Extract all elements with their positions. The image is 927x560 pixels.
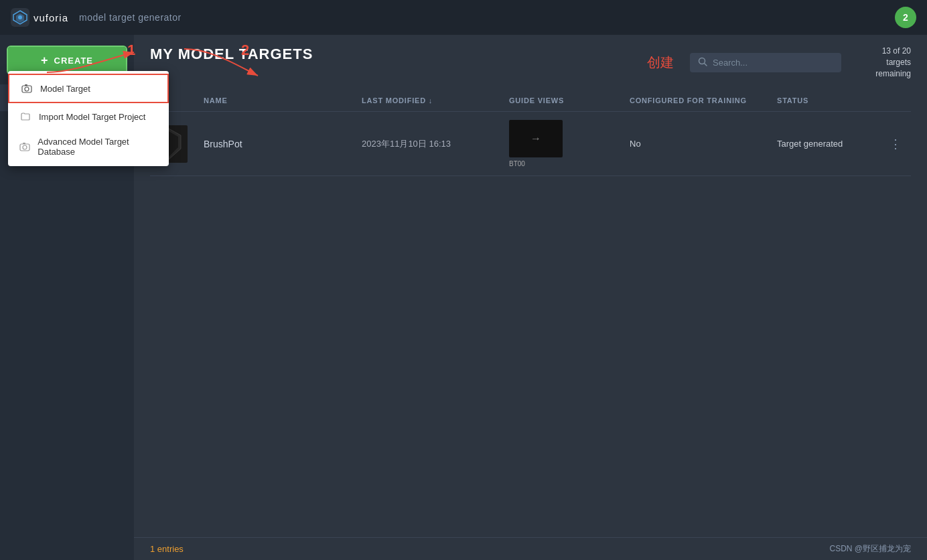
user-avatar[interactable]: 2 [895, 7, 916, 28]
app-title: model target generator [79, 12, 182, 23]
content-area: MY MODEL TARGETS 创建 13 of 20 [134, 35, 927, 560]
more-options-button[interactable]: ⋮ [884, 134, 907, 154]
th-status: STATUS [777, 96, 884, 104]
page-footer: 1 entries CSDN @野区捕龙为宠 [134, 537, 927, 560]
header-top-row: MY MODEL TARGETS 创建 13 of 20 [150, 46, 911, 79]
vuforia-logo-icon [11, 8, 29, 27]
table-section: NAME LAST MODIFIED ↓ GUIDE VIEWS CONFIGU… [134, 90, 927, 537]
topbar: vuforia model target generator 2 [0, 0, 927, 35]
advanced-icon [19, 140, 31, 153]
search-wrapper [690, 53, 841, 72]
th-name: NAME [204, 96, 362, 104]
sidebar: + CREATE Model Target [0, 35, 134, 560]
th-configured: CONFIGURED FOR TRAINING [630, 96, 777, 104]
cell-configured: No [630, 139, 777, 149]
create-button[interactable]: + CREATE [8, 47, 126, 74]
th-actions [884, 96, 911, 104]
topbar-right: 2 [895, 7, 916, 28]
content-header: MY MODEL TARGETS 创建 13 of 20 [134, 35, 927, 79]
table-header: NAME LAST MODIFIED ↓ GUIDE VIEWS CONFIGU… [150, 90, 911, 112]
cell-more: ⋮ [884, 134, 911, 154]
guide-label: BT00 [509, 160, 622, 167]
svg-line-15 [705, 63, 707, 66]
th-last-modified: LAST MODIFIED ↓ [362, 96, 509, 104]
search-icon [698, 57, 707, 68]
folder-icon [19, 110, 32, 123]
csdn-watermark: CSDN @野区捕龙为宠 [829, 543, 911, 555]
vuforia-logo: vuforia [11, 8, 68, 27]
dropdown-menu: Model Target Import Model Target Project [8, 71, 169, 166]
create-label-chinese: 创建 [647, 54, 674, 72]
svg-point-1 [18, 15, 22, 19]
dropdown-model-target-label: Model Target [40, 84, 90, 94]
guide-arrow-icon: → [530, 133, 541, 145]
targets-remaining: 13 of 20 targets remaining [857, 46, 911, 79]
header-actions: 创建 13 of 20 targets remainin [647, 46, 911, 79]
logo-area: vuforia model target generator [11, 8, 182, 27]
svg-rect-7 [23, 143, 25, 144]
cell-date: 2023年11月10日 16:13 [362, 138, 509, 150]
th-guide-views: GUIDE VIEWS [509, 96, 630, 104]
dropdown-advanced-label: Advanced Model Target Database [38, 137, 158, 157]
dropdown-item-advanced[interactable]: Advanced Model Target Database [8, 130, 169, 163]
dropdown-import-label: Import Model Target Project [39, 112, 145, 122]
main-layout: + CREATE Model Target [0, 35, 927, 560]
svg-rect-4 [25, 84, 27, 86]
guide-thumbnail: → [509, 120, 563, 157]
camera-icon [20, 82, 33, 95]
svg-point-3 [25, 87, 29, 91]
dropdown-item-model-target[interactable]: Model Target [8, 74, 169, 103]
search-input[interactable] [713, 58, 833, 68]
svg-point-6 [23, 145, 27, 149]
plus-icon: + [41, 54, 49, 68]
create-label: CREATE [54, 56, 93, 66]
logo-text: vuforia [33, 12, 68, 23]
cell-status: Target generated [777, 139, 884, 149]
dropdown-item-import[interactable]: Import Model Target Project [8, 103, 169, 130]
entries-count: 1 entries [150, 544, 184, 554]
cell-name: BrushPot [204, 139, 362, 149]
cell-guide-views: → BT00 [509, 120, 630, 167]
page-title: MY MODEL TARGETS [150, 46, 313, 63]
table-row[interactable]: BrushPot 2023年11月10日 16:13 → BT00 No Tar… [150, 112, 911, 176]
